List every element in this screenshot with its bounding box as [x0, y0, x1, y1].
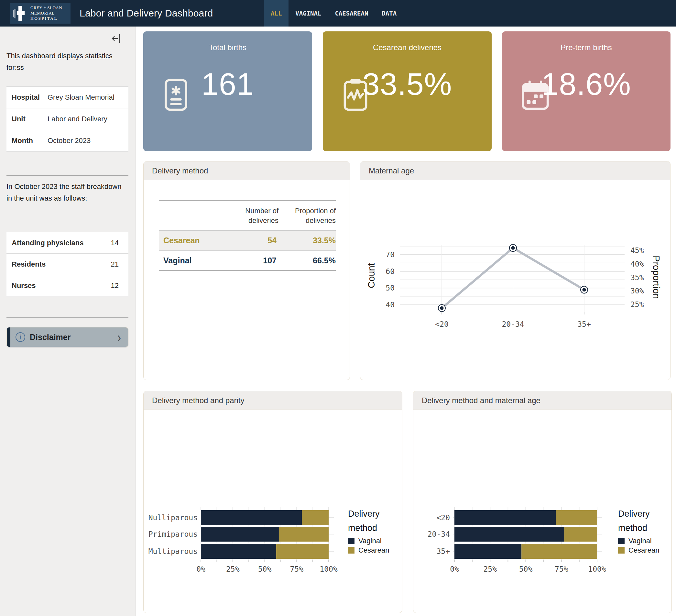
tab-data[interactable]: DATA [375, 0, 403, 26]
parity-stacked-bar-chart: NulliparousPrimiparousMultiparous0%25%50… [144, 410, 402, 613]
svg-text:method: method [348, 523, 377, 533]
staff-intro-text: In October 2023 the staff breakdown in t… [6, 181, 129, 204]
staff-label: Attending physicians [12, 239, 83, 247]
svg-text:100%: 100% [588, 565, 606, 573]
divider [6, 317, 128, 318]
kpi-preterm-births: Pre-term births 18.6% [502, 32, 671, 151]
svg-text:Vaginal: Vaginal [628, 537, 652, 545]
svg-text:20-34: 20-34 [428, 530, 450, 538]
svg-text:35%: 35% [630, 273, 644, 282]
svg-text:Count: Count [366, 263, 377, 288]
info-table: Hospital Grey Sloan Memorial Unit Labor … [6, 87, 128, 152]
info-value: Grey Sloan Memorial [48, 93, 114, 102]
proportion-value: 66.5% [279, 250, 336, 271]
svg-text:<20: <20 [435, 320, 449, 328]
cross-icon [12, 4, 30, 22]
svg-text:Multiparous: Multiparous [149, 547, 198, 556]
table-row: Hospital Grey Sloan Memorial [6, 87, 128, 108]
svg-text:0%: 0% [450, 565, 459, 573]
tab-vaginal[interactable]: VAGINAL [288, 0, 328, 26]
sidebar: This dashboard displays statistics for:s… [0, 26, 136, 616]
svg-text:25%: 25% [630, 300, 644, 309]
row-label: Vaginal [159, 250, 218, 271]
app-header: GREY + SLOAN MEMORIAL HOSPITAL Labor and… [0, 0, 676, 26]
svg-text:Cesarean: Cesarean [628, 546, 659, 554]
card-title: Maternal age [360, 161, 670, 180]
kpi-cesarean-deliveries: Cesarean deliveries 33.5% [323, 32, 492, 151]
nav-tabs: ALL VAGINAL CAESAREAN DATA [264, 0, 403, 26]
staff-value: 21 [111, 260, 119, 269]
dm-age-stacked-bar-chart: <2020-3435+0%25%50%75%100%Deliverymethod… [413, 410, 671, 613]
svg-text:35+: 35+ [577, 320, 591, 328]
logo-text: GREY + SLOAN MEMORIAL HOSPITAL [31, 5, 62, 21]
info-label: Month [6, 136, 48, 145]
svg-text:25%: 25% [226, 565, 240, 573]
svg-text:35+: 35+ [436, 547, 450, 556]
svg-text:<20: <20 [436, 513, 450, 522]
card-title: Delivery method [144, 161, 350, 180]
svg-text:30%: 30% [630, 287, 644, 295]
table-row: Attending physicians 14 [6, 232, 128, 254]
disclaimer-label: Disclaimer [30, 333, 117, 342]
svg-text:Delivery: Delivery [618, 509, 650, 519]
proportion-value: 33.5% [279, 230, 336, 250]
tab-caesarean[interactable]: CAESAREAN [328, 0, 375, 26]
svg-text:100%: 100% [320, 565, 338, 573]
svg-text:60: 60 [386, 267, 395, 276]
svg-text:Nulliparous: Nulliparous [149, 513, 198, 522]
svg-text:50%: 50% [258, 565, 272, 573]
svg-text:Delivery: Delivery [348, 509, 380, 519]
dm-maternal-age-chart-card: Delivery method and maternal age <2020-3… [413, 391, 672, 613]
svg-text:45%: 45% [630, 246, 644, 255]
svg-text:40: 40 [386, 300, 395, 309]
kpi-title: Cesarean deliveries [323, 43, 492, 52]
table-row: Nurses 12 [6, 275, 128, 296]
table-row: Cesarean 54 33.5% [159, 230, 336, 250]
svg-text:75%: 75% [555, 565, 568, 573]
info-value: Labor and Delivery [48, 115, 107, 123]
svg-text:20-34: 20-34 [502, 320, 524, 328]
svg-text:50: 50 [386, 284, 395, 292]
table-row: Residents 21 [6, 254, 128, 275]
table-row: Month October 2023 [6, 130, 128, 152]
disclaimer-accent-stripe [7, 327, 10, 347]
svg-text:25%: 25% [483, 565, 497, 573]
kpi-value: 161 [143, 66, 312, 102]
row-label: Cesarean [159, 230, 218, 250]
staff-table: Attending physicians 14 Residents 21 Nur… [6, 232, 128, 296]
svg-text:40%: 40% [630, 260, 644, 268]
count-value: 54 [218, 230, 279, 250]
kpi-value: 33.5% [323, 66, 492, 102]
svg-text:method: method [618, 523, 647, 533]
column-header: Proportion ofdeliveries [279, 201, 336, 230]
hospital-logo: GREY + SLOAN MEMORIAL HOSPITAL [10, 3, 70, 23]
page-title: Labor and Delivery Dashboard [79, 0, 213, 26]
info-label: Hospital [6, 93, 48, 102]
svg-text:Primiparous: Primiparous [149, 530, 198, 538]
delivery-method-table: Number ofdeliveries Proportion ofdeliver… [159, 200, 336, 271]
tab-all[interactable]: ALL [264, 0, 288, 26]
main-content: Total births 161 Cesarean deliveries 33.… [136, 26, 676, 616]
delivery-method-card: Delivery method Number ofdeliveries Prop… [143, 161, 350, 380]
divider [6, 175, 128, 176]
svg-text:70: 70 [386, 250, 395, 259]
disclaimer-button[interactable]: i Disclaimer › [6, 327, 128, 347]
count-value: 107 [218, 250, 279, 271]
maternal-age-line-chart: 40506070<2020-3435+25%30%35%40%45%CountP… [360, 180, 670, 380]
info-value: October 2023 [48, 136, 91, 145]
svg-text:Cesarean: Cesarean [358, 546, 389, 554]
kpi-title: Total births [143, 43, 312, 52]
sidebar-collapse-icon[interactable] [111, 33, 122, 44]
svg-text:0%: 0% [196, 565, 206, 573]
svg-text:Proportion: Proportion [651, 256, 662, 299]
svg-text:50%: 50% [519, 565, 533, 573]
kpi-total-births: Total births 161 [143, 32, 312, 151]
staff-value: 12 [111, 281, 119, 290]
card-title: Delivery method and parity [144, 391, 402, 410]
card-title: Delivery method and maternal age [413, 391, 671, 410]
kpi-value: 18.6% [502, 66, 671, 102]
parity-chart-card: Delivery method and parity NulliparousPr… [143, 391, 402, 613]
staff-value: 14 [111, 239, 119, 247]
kpi-title: Pre-term births [502, 43, 671, 52]
svg-text:75%: 75% [290, 565, 303, 573]
